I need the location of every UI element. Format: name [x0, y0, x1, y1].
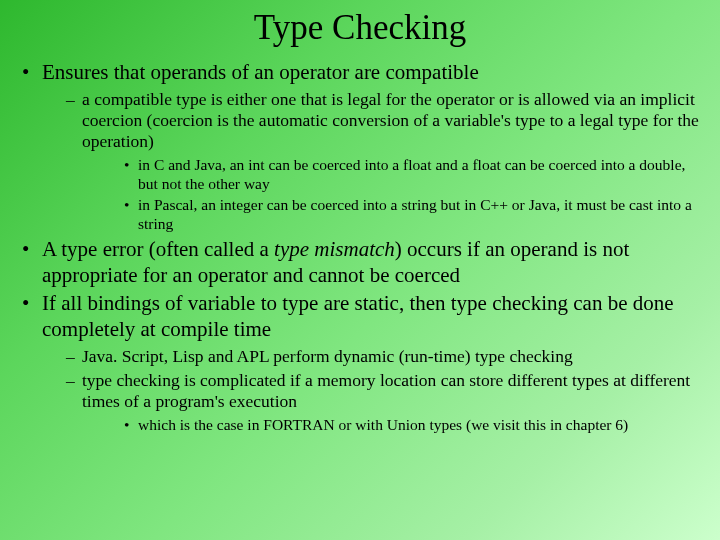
- bullet-item: in C and Java, an int can be coerced int…: [82, 156, 702, 194]
- bullet-text: A type error (often called a: [42, 237, 274, 261]
- bullet-text: type checking is complicated if a memory…: [82, 370, 690, 411]
- bullet-item: Ensures that operands of an operator are…: [18, 60, 702, 234]
- bullet-item: a compatible type is either one that is …: [42, 89, 702, 235]
- bullet-text: Ensures that operands of an operator are…: [42, 60, 479, 84]
- slide-title: Type Checking: [18, 8, 702, 48]
- bullet-item: in Pascal, an integer can be coerced int…: [82, 196, 702, 234]
- bullet-list: Ensures that operands of an operator are…: [18, 60, 702, 435]
- bullet-item: which is the case in FORTRAN or with Uni…: [82, 416, 702, 435]
- bullet-text: in Pascal, an integer can be coerced int…: [138, 196, 692, 232]
- bullet-text: If all bindings of variable to type are …: [42, 291, 674, 341]
- bullet-item: type checking is complicated if a memory…: [42, 370, 702, 435]
- bullet-text-em: type mismatch: [274, 237, 395, 261]
- bullet-item: A type error (often called a type mismat…: [18, 237, 702, 288]
- bullet-item: If all bindings of variable to type are …: [18, 291, 702, 434]
- bullet-item: Java. Script, Lisp and APL perform dynam…: [42, 346, 702, 367]
- bullet-text: which is the case in FORTRAN or with Uni…: [138, 416, 628, 433]
- bullet-text: in C and Java, an int can be coerced int…: [138, 156, 685, 192]
- bullet-text: Java. Script, Lisp and APL perform dynam…: [82, 346, 573, 366]
- bullet-text: a compatible type is either one that is …: [82, 89, 699, 152]
